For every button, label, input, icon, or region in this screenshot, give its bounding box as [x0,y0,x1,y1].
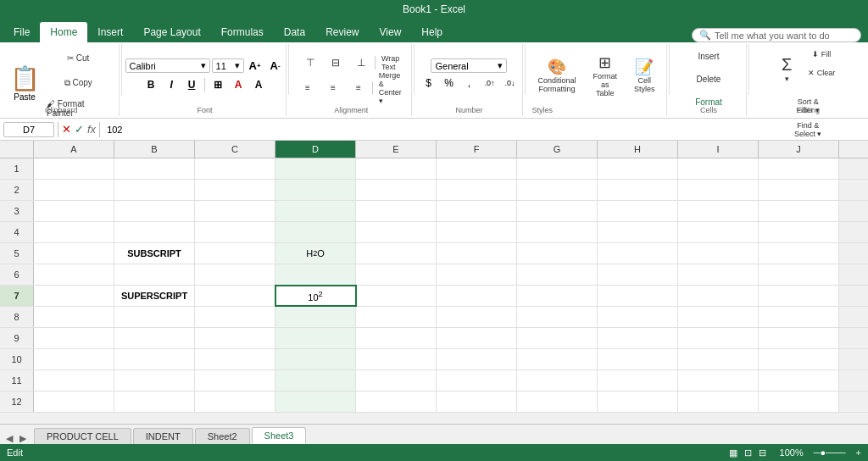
tab-page-layout[interactable]: Page Layout [133,22,210,42]
cell-c8[interactable] [195,307,275,327]
cell-c12[interactable] [195,392,275,412]
sheet-tab-indent[interactable]: INDENT [133,428,193,444]
cell-d11[interactable] [275,370,356,391]
cell-j2[interactable] [759,180,839,200]
row-number[interactable]: 1 [0,158,34,179]
cell-d7[interactable]: 102 [275,286,356,306]
cell-j1[interactable] [759,158,839,179]
cell-a10[interactable] [34,349,114,369]
cell-j4[interactable] [759,222,839,242]
cell-e3[interactable] [356,201,437,221]
cell-d4[interactable] [275,222,356,242]
cell-g9[interactable] [517,328,598,348]
row-number[interactable]: 5 [0,243,34,264]
col-header-a[interactable]: A [34,141,114,158]
cell-f10[interactable] [437,349,517,369]
percent-button[interactable]: % [439,75,458,92]
tab-home[interactable]: Home [40,22,87,42]
autosum-button[interactable]: Σ ▾ [775,46,798,92]
cell-d10[interactable] [275,349,356,369]
cell-g10[interactable] [517,349,598,369]
format-as-table-button[interactable]: ⊞ Format asTable [586,53,626,98]
cell-e12[interactable] [356,392,437,412]
sheet-tab-sheet2[interactable]: Sheet2 [195,428,250,444]
col-header-g[interactable]: G [517,141,598,158]
fill-color-button[interactable]: A [229,76,248,93]
row-number[interactable]: 2 [0,180,34,200]
cell-a6[interactable] [34,264,114,285]
cell-i3[interactable] [678,201,759,221]
cell-d2[interactable] [275,180,356,200]
cell-a7[interactable] [34,286,114,306]
cell-h7[interactable] [598,286,678,306]
tell-me-bar[interactable]: 🔍 Tell me what you want to do [692,28,861,42]
scroll-sheets-left[interactable]: ◀ [3,433,15,444]
cell-e1[interactable] [356,158,437,179]
tab-review[interactable]: Review [315,22,369,42]
shrink-font-button[interactable]: A- [266,58,285,75]
clear-button[interactable]: ✕ Clear [802,64,841,81]
cell-d5[interactable]: H2O [275,243,356,264]
cell-b6[interactable] [114,264,195,285]
cell-styles-button[interactable]: 📝 CellStyles [628,53,661,98]
cell-c7[interactable] [195,286,275,306]
cell-d8[interactable] [275,307,356,327]
cell-a11[interactable] [34,370,114,391]
cell-h5[interactable] [598,243,678,264]
delete-button[interactable]: Delete [689,69,728,90]
cell-f6[interactable] [437,264,517,285]
tab-formulas[interactable]: Formulas [211,22,274,42]
cell-j3[interactable] [759,201,839,221]
cell-j7[interactable] [759,286,839,306]
cell-a5[interactable] [34,243,114,264]
cell-j6[interactable] [759,264,839,285]
cell-j11[interactable] [759,370,839,391]
cell-i9[interactable] [678,328,759,348]
view-page-break-icon[interactable]: ⊟ [759,447,766,458]
currency-button[interactable]: $ [419,75,437,92]
cell-g8[interactable] [517,307,598,327]
cell-g12[interactable] [517,392,598,412]
row-number[interactable]: 12 [0,392,34,412]
cell-g7[interactable] [517,286,598,306]
cell-j8[interactable] [759,307,839,327]
cell-f9[interactable] [437,328,517,348]
cell-h1[interactable] [598,158,678,179]
cell-a9[interactable] [34,328,114,348]
cell-d6[interactable] [275,264,356,285]
cell-j5[interactable] [759,243,839,264]
cell-b8[interactable] [114,307,195,327]
tab-file[interactable]: File [3,22,40,42]
cell-b2[interactable] [114,180,195,200]
cell-e5[interactable] [356,243,437,264]
col-header-c[interactable]: C [195,141,275,158]
zoom-slider[interactable]: ─●─── [814,447,846,458]
cell-e6[interactable] [356,264,437,285]
cell-b10[interactable] [114,349,195,369]
cell-g3[interactable] [517,201,598,221]
cell-g2[interactable] [517,180,598,200]
cell-i10[interactable] [678,349,759,369]
cell-h8[interactable] [598,307,678,327]
cell-a4[interactable] [34,222,114,242]
cell-i12[interactable] [678,392,759,412]
increase-decimal-button[interactable]: .0↑ [480,75,498,92]
cell-b9[interactable] [114,328,195,348]
insert-button[interactable]: Insert [689,46,728,67]
cell-b4[interactable] [114,222,195,242]
cell-c3[interactable] [195,201,275,221]
cell-f3[interactable] [437,201,517,221]
cell-h9[interactable] [598,328,678,348]
cell-g5[interactable] [517,243,598,264]
cell-c2[interactable] [195,180,275,200]
row-number[interactable]: 11 [0,370,34,391]
cell-i8[interactable] [678,307,759,327]
cell-d1[interactable] [275,158,356,179]
cell-a12[interactable] [34,392,114,412]
conditional-formatting-button[interactable]: 🎨 ConditionalFormatting [531,53,581,98]
align-top-button[interactable]: ⊤ [298,51,322,75]
formula-input[interactable]: 102 [103,124,865,136]
cell-h6[interactable] [598,264,678,285]
cell-h12[interactable] [598,392,678,412]
cell-d3[interactable] [275,201,356,221]
